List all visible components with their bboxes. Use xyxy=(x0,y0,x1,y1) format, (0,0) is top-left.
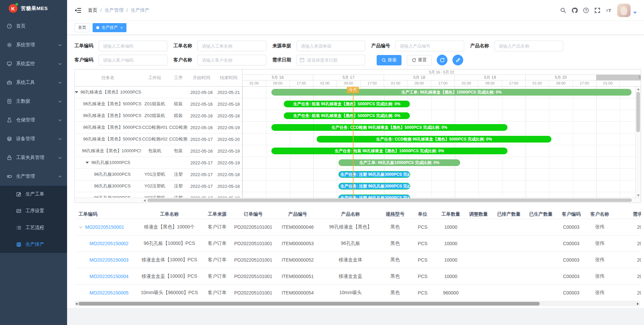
gantt-task-row[interactable]: 96孔移液盒【黑色】5000PCS CCD检测#01CCD检测 2022-05-… xyxy=(75,122,242,133)
gantt-bar[interactable]: 生产任务: CCD检测 96孔移液盒【黑色】5000PCS 完成比例: 0% xyxy=(271,124,507,131)
work-order-name-input[interactable] xyxy=(198,41,266,51)
table-row[interactable]: MO202205150002 96孔孔板【10000】PCS客户订单 PO202… xyxy=(74,235,641,252)
table-row[interactable]: MO202205150003 移液盒盒体【10000】PCS客户订单 PO202… xyxy=(74,252,641,268)
gantt-timeline-header: 5月 16 - 5月 22 5月 16 5月 17 5月 18 5月 19 5月… xyxy=(243,69,641,87)
search-button[interactable]: 搜索 xyxy=(377,55,401,65)
sidebar-item-equipment[interactable]: 设备管理 xyxy=(0,129,67,148)
sidebar-item-fixture[interactable]: 工装夹具管理 xyxy=(0,148,67,167)
gantt-bar-selected[interactable]: 生产任务: 注塑 96孔孔板3000PCS 完成比例: 0% xyxy=(338,183,410,189)
navbar-actions: ? TT xyxy=(557,4,644,17)
chevron-down-icon xyxy=(58,63,62,65)
sidebar-item-label: 生产管理 xyxy=(16,173,35,179)
gantt-vertical-scrollbar[interactable] xyxy=(635,87,641,198)
sidebar-item-label: 生产工单 xyxy=(25,191,44,197)
work-order-link[interactable]: MO202205150004 xyxy=(90,274,128,279)
app-logo[interactable]: K 苦糖果MES xyxy=(0,0,67,17)
table-row[interactable]: MO202205150004 移液盒盒盖【10000】PCS客户订单 PO202… xyxy=(74,268,641,285)
sidebar-item-warehouse[interactable]: 仓储管理 xyxy=(0,111,67,129)
scroll-right-icon[interactable] xyxy=(637,303,639,305)
source-doc-input[interactable] xyxy=(297,41,365,51)
sidebar-item-system-monitor[interactable]: 系统监控 xyxy=(0,54,67,73)
gantt-task-row[interactable]: 96孔移液盒【黑色】10000PCS 包装机包装 2022-05-162022-… xyxy=(75,145,242,157)
gantt-task-row[interactable]: 96孔移液盒【黑色】10000PCS 2022-05-162022-05-21 xyxy=(75,87,242,98)
customer-name-input[interactable] xyxy=(198,55,266,65)
gantt-task-row[interactable]: 96孔移液盒【黑色】5000PCS CCD检测#02CCD检测 2022-05-… xyxy=(75,133,242,145)
demand-date-input[interactable] xyxy=(297,55,365,65)
scrollbar-thumb[interactable] xyxy=(147,199,632,202)
gantt-bar-selected[interactable]: 生产任务: 注塑 96孔孔板3000PCS 完成比例: 0% xyxy=(338,195,410,198)
sidebar-item-system-mgmt[interactable]: 系统管理 xyxy=(0,36,67,54)
scrollbar-thumb[interactable] xyxy=(78,302,540,306)
filter-customer-name: 客户名称 xyxy=(173,55,266,65)
sidebar-item-production[interactable]: 生产管理 xyxy=(0,167,67,186)
user-menu-caret-icon[interactable] xyxy=(633,12,637,14)
gantt-bar[interactable]: 生产工单: 96孔移液盒【黑色】10000PCS 完成比例: 0% xyxy=(271,89,632,96)
scroll-down-icon[interactable] xyxy=(637,195,640,197)
tab-home[interactable]: 首页 xyxy=(74,23,90,32)
table-row[interactable]: MO202205150001 移液盒【黑色】10000个客户订单 PO20220… xyxy=(74,219,641,235)
gear-icon xyxy=(7,42,12,48)
expand-chevron-icon[interactable] xyxy=(79,226,83,228)
search-icon[interactable] xyxy=(557,5,569,16)
customer-code-input[interactable] xyxy=(99,55,167,65)
work-order-code-input[interactable] xyxy=(99,41,167,51)
gantt-task-row[interactable]: 96孔移液盒【黑色】5000PCS Z02组装机组装 2022-05-16202… xyxy=(75,110,242,122)
reset-button[interactable]: 重置 xyxy=(407,55,432,65)
gantt-horizontal-scrollbar[interactable] xyxy=(75,198,641,203)
font-size-icon[interactable]: TT xyxy=(603,5,614,16)
work-order-link[interactable]: MO202205150001 xyxy=(85,224,124,230)
user-avatar[interactable] xyxy=(617,4,631,17)
work-order-link[interactable]: MO202205150003 xyxy=(90,257,128,263)
gantt-col-station: 工作站 xyxy=(141,75,169,81)
work-order-link[interactable]: MO202205150005 xyxy=(90,290,128,295)
gantt-day-row: 5月 16 5月 17 5月 18 5月 19 5月 20 5 xyxy=(243,75,641,80)
table-row[interactable]: MO202205150005 10mm吸头【960000】PCS客户订单 PO2… xyxy=(74,285,641,301)
sidebar-item-process-flow[interactable]: 工艺流程 xyxy=(0,219,67,236)
sidebar-toggle-icon[interactable] xyxy=(74,8,81,13)
breadcrumb-production[interactable]: 生产管理 xyxy=(105,7,123,13)
scroll-left-icon[interactable] xyxy=(75,303,77,305)
gantt-task-row[interactable]: 96孔孔板10000PCS 2022-05-172022-05-19 xyxy=(75,157,242,169)
table-horizontal-scrollbar[interactable] xyxy=(74,301,640,306)
github-icon[interactable] xyxy=(569,5,580,16)
sidebar-item-work-order[interactable]: 生产工单 xyxy=(0,186,67,203)
sidebar-item-home[interactable]: 首页 xyxy=(0,17,67,36)
gantt-weekend-cell xyxy=(596,75,641,80)
collapse-caret-icon[interactable] xyxy=(75,91,78,93)
sidebar-item-process-setting[interactable]: 工序设置 xyxy=(0,203,67,219)
chevron-down-icon xyxy=(58,100,62,103)
help-icon[interactable]: ? xyxy=(580,5,592,16)
tab-production-scheduling[interactable]: 生产排产 × xyxy=(93,23,126,32)
gantt-bar-selected[interactable]: 生产任务: 注塑 96孔孔板3000PCS 完成比例: 0% xyxy=(338,171,410,178)
close-icon[interactable]: × xyxy=(120,26,123,30)
fullscreen-icon[interactable] xyxy=(592,5,603,16)
field-label: 来源单据 xyxy=(272,43,297,49)
edit-button[interactable] xyxy=(452,55,463,65)
gantt-task-row[interactable]: 96孔移液盒【黑色】5000PCS Z01组装机组装 2022-05-16202… xyxy=(75,98,242,110)
breadcrumb-home[interactable]: 首页 xyxy=(88,7,97,13)
refresh-button[interactable] xyxy=(437,55,447,65)
scrollbar-thumb[interactable] xyxy=(636,92,640,132)
dashboard-icon xyxy=(7,23,12,29)
product-name-input[interactable] xyxy=(494,41,563,51)
gantt-bar[interactable]: 生产任务: 组装 96孔移液盒【黑色】5000PCS 完成比例: 0% xyxy=(284,101,410,107)
sidebar-item-production-scheduling[interactable]: 生产排产 xyxy=(0,236,67,253)
gantt-bar[interactable]: 生产任务: 组装 96孔移液盒【黑色】5000PCS 完成比例: 0% xyxy=(284,112,410,119)
gantt-range-label: 5月 16 - 5月 22 xyxy=(243,69,641,75)
gantt-bar[interactable]: 生产工单: 96孔孔板10000PCS 完成比例: 0% xyxy=(338,159,460,166)
filter-product-code: 产品编号 xyxy=(371,41,464,51)
collapse-caret-icon[interactable] xyxy=(86,162,89,164)
gantt-bar[interactable]: 生产任务: CCD检测 96孔移液盒【黑色】5000PCS 完成比例: 0% xyxy=(317,136,551,143)
work-order-link[interactable]: MO202205150002 xyxy=(90,241,128,246)
scroll-left-icon[interactable] xyxy=(144,199,146,202)
gantt-task-row[interactable]: 96孔孔板3000PCS Y01注塑机注塑 2022-05-172022-05-… xyxy=(75,169,242,180)
work-order-table: 工单编码工单名称 工单来源订单编号 产品编号产品名称 规格型号单位 工单数量调整… xyxy=(74,210,641,306)
field-label: 客户名称 xyxy=(173,57,198,63)
calendar-icon xyxy=(300,57,305,62)
scroll-up-icon[interactable] xyxy=(637,88,640,90)
sidebar-item-master-data[interactable]: 主数据 xyxy=(0,92,67,111)
sidebar-item-system-tools[interactable]: 系统工具 xyxy=(0,73,67,92)
product-code-input[interactable] xyxy=(395,41,464,51)
gantt-task-row[interactable]: 96孔孔板3000PCS Y02注塑机注塑 2022-05-172022-05-… xyxy=(75,180,242,192)
gantt-bar[interactable]: 生产任务: 包装 96孔移液盒【黑色】10000PCS 完成比例: 0% xyxy=(271,148,507,154)
